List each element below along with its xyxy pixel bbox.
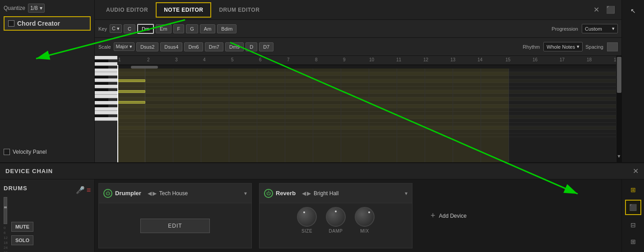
main-editor: AUDIO EDITOR NOTE EDITOR DRUM EDITOR ✕ ⬛… xyxy=(95,0,621,162)
chord-G[interactable]: G xyxy=(186,24,198,33)
chord-Dm7[interactable]: Dm7 xyxy=(205,42,223,51)
chord-Dsus2[interactable]: Dsus2 xyxy=(136,42,158,51)
right-sidebar-top: ↖ xyxy=(621,0,644,162)
chord-Dm[interactable]: Dm xyxy=(137,24,154,34)
playhead xyxy=(117,65,118,162)
vertical-scrollbar[interactable]: ▼ xyxy=(616,56,621,162)
drumpler-prev-arrow[interactable]: ◀ xyxy=(148,190,152,197)
size-knob-group: SIZE xyxy=(297,207,317,234)
device-icon[interactable]: ⬛ xyxy=(625,200,641,215)
add-device-label: Add Device xyxy=(439,213,467,219)
chord-Dm9[interactable]: Dm9 xyxy=(225,42,244,51)
mute-button[interactable]: MUTE xyxy=(11,222,33,232)
size-label: SIZE xyxy=(301,229,312,234)
chord-creator-box[interactable]: Chord Creator xyxy=(4,16,91,31)
chord-creator-label: Chord Creator xyxy=(17,20,60,27)
piano-roll-grid[interactable]: 1 2 3 4 5 6 7 8 9 10 11 12 13 14 15 16 1 xyxy=(117,56,616,162)
scroll-thumb[interactable] xyxy=(131,66,158,69)
reverb-name: Reverb xyxy=(276,190,296,197)
chord-Am[interactable]: Am xyxy=(200,24,216,33)
chord-Dm6[interactable]: Dm6 xyxy=(184,42,203,51)
reverb-dropdown-arrow[interactable]: ▾ xyxy=(405,190,408,197)
chord-bar-row2: Scale Major ▾ Dsus2 Dsus4 Dm6 Dm7 Dm9 D … xyxy=(95,38,621,56)
chord-Em[interactable]: Em xyxy=(156,24,171,33)
mic-icon: 🎤 xyxy=(76,186,85,194)
damp-knob[interactable] xyxy=(326,207,346,227)
note-block[interactable] xyxy=(117,79,145,82)
cursor-icon[interactable]: ↖ xyxy=(626,4,640,18)
reverb-arrows: ◀ ▶ xyxy=(302,190,311,197)
drumpler-header: ⏻ Drumpler ◀ ▶ Tech House ▾ xyxy=(99,183,251,203)
chord-Dsus4[interactable]: Dsus4 xyxy=(160,42,182,51)
right-sidebar-bottom: ⊞ ⬛ ⊟ ⊞ xyxy=(621,179,644,252)
key-select[interactable]: C ▾ xyxy=(110,24,122,33)
progression-group: Progression Custom ▾ xyxy=(551,24,618,33)
scroll-bottom-arrow[interactable]: ▼ xyxy=(617,154,621,159)
note-grid-content[interactable] xyxy=(117,65,616,162)
quantize-label: Quantize xyxy=(4,5,25,11)
grid-num-10: 10 xyxy=(369,57,374,62)
reverb-next-arrow[interactable]: ▶ xyxy=(307,190,311,197)
chord-F[interactable]: F xyxy=(173,24,185,33)
key-value: C xyxy=(112,26,116,31)
scale-select[interactable]: Major ▾ xyxy=(114,42,135,51)
drumpler-next-arrow[interactable]: ▶ xyxy=(153,190,157,197)
reverb-power-button[interactable]: ⏻ xyxy=(264,189,273,198)
velocity-checkbox[interactable] xyxy=(4,149,10,155)
progression-select[interactable]: Custom ▾ xyxy=(582,24,618,33)
chord-D[interactable]: D xyxy=(246,42,257,51)
grid-num-9: 9 xyxy=(343,57,346,62)
chord-Bdim[interactable]: Bdim xyxy=(217,24,236,33)
drumpler-power-button[interactable]: ⏻ xyxy=(103,189,112,198)
size-knob[interactable] xyxy=(297,207,317,227)
reverb-prev-arrow[interactable]: ◀ xyxy=(302,190,306,197)
drums-title: DRUMS xyxy=(4,185,28,192)
grid-num-16: 16 xyxy=(533,57,537,62)
grid-num-17: 17 xyxy=(560,57,565,62)
chord-C[interactable]: C xyxy=(124,24,135,33)
vertical-scroll-thumb[interactable] xyxy=(617,57,621,93)
chord-D7[interactable]: D7 xyxy=(259,42,273,51)
chord-creator-checkbox[interactable] xyxy=(8,20,14,27)
reverb-header: ⏻ Reverb ◀ ▶ Bright Hall ▾ xyxy=(259,183,412,203)
eq-icon: ≡ xyxy=(87,186,91,194)
plus-grid-icon[interactable]: ⊞ xyxy=(626,235,640,248)
close-button[interactable]: ✕ xyxy=(591,5,602,15)
spacing-box[interactable] xyxy=(607,42,618,51)
grid-num-18: 18 xyxy=(587,57,592,62)
rhythm-select[interactable]: Whole Notes ▾ xyxy=(543,42,583,51)
quantize-dropdown-icon: ▾ xyxy=(40,5,42,11)
note-block[interactable] xyxy=(117,101,145,104)
piano-roll-container: 1 2 3 4 5 6 7 8 9 10 11 12 13 14 15 16 1 xyxy=(95,56,621,162)
puzzle-icon[interactable]: ⬛ xyxy=(603,3,618,17)
quantize-row: Quantize 1/8 ▾ xyxy=(4,4,91,13)
volume-slider[interactable] xyxy=(4,197,7,224)
grid-num-14: 14 xyxy=(477,57,482,62)
drums-row-top: DRUMS 🎤 ≡ xyxy=(4,183,91,197)
add-device-button[interactable]: + Add Device xyxy=(423,207,474,224)
grid-num-1: 1 xyxy=(118,57,121,62)
size-knob-indicator xyxy=(303,211,305,213)
piano-icon[interactable]: ⊟ xyxy=(626,219,640,232)
drumpler-edit-button[interactable]: EDIT xyxy=(140,219,209,233)
grid-icon[interactable]: ⊞ xyxy=(626,183,640,196)
mix-knob[interactable] xyxy=(355,207,375,227)
rhythm-dropdown-icon: ▾ xyxy=(577,44,579,50)
horizontal-scrollbar[interactable] xyxy=(117,65,616,69)
tab-drum-editor[interactable]: DRUM EDITOR xyxy=(211,3,267,17)
grid-num-13: 13 xyxy=(450,57,455,62)
note-block[interactable] xyxy=(117,90,145,93)
spacing-label: Spacing xyxy=(585,44,603,50)
tab-note-editor[interactable]: NOTE EDITOR xyxy=(156,2,211,18)
rhythm-label: Rhythm xyxy=(523,44,540,50)
scale-dropdown-icon: ▾ xyxy=(130,44,132,49)
mix-knob-indicator xyxy=(368,211,370,213)
solo-button[interactable]: SOLO xyxy=(11,235,33,245)
drumpler-dropdown-arrow[interactable]: ▾ xyxy=(244,190,247,197)
tab-audio-editor[interactable]: AUDIO EDITOR xyxy=(98,3,156,17)
grid-numbers: 1 2 3 4 5 6 7 8 9 10 11 12 13 14 15 16 1 xyxy=(117,56,616,65)
device-chain-close-button[interactable]: ✕ xyxy=(633,167,639,175)
progression-value: Custom xyxy=(585,26,602,32)
rhythm-value: Whole Notes xyxy=(547,44,575,50)
quantize-select[interactable]: 1/8 ▾ xyxy=(28,4,45,13)
